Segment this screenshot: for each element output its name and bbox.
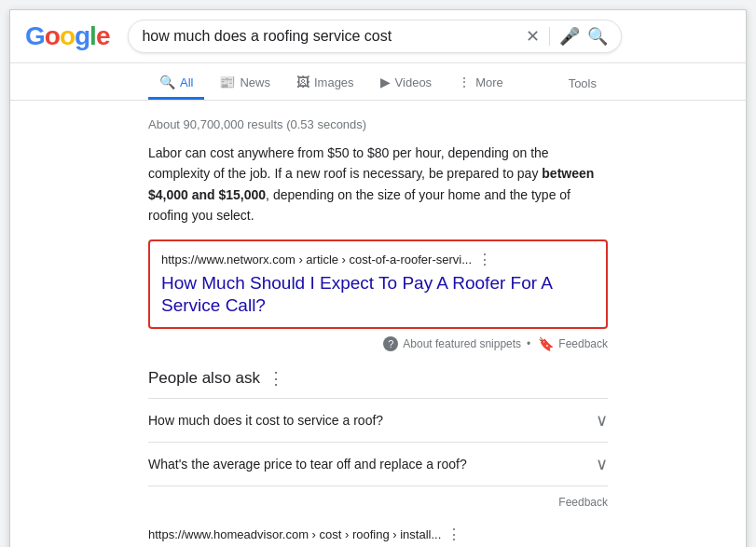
tab-images-label: Images bbox=[314, 75, 354, 89]
tab-all[interactable]: 🔍 All bbox=[148, 67, 204, 100]
paa-feedback[interactable]: Feedback bbox=[148, 496, 608, 509]
featured-result-link[interactable]: How Much Should I Expect To Pay A Roofer… bbox=[161, 273, 552, 316]
paa-question-1: How much does it cost to service a roof? bbox=[148, 413, 383, 428]
featured-snippet-text: Labor can cost anywhere from $50 to $80 … bbox=[148, 143, 608, 226]
tab-videos-label: Videos bbox=[395, 75, 433, 89]
snippet-footer: ? About featured snippets • 🔖 Feedback bbox=[148, 336, 608, 351]
people-also-ask: People also ask ⋮ How much does it cost … bbox=[148, 368, 608, 486]
tab-news-label: News bbox=[240, 75, 270, 89]
feedback-label: Feedback bbox=[558, 337, 608, 350]
featured-result-box: https://www.networx.com › article › cost… bbox=[148, 239, 608, 329]
all-icon: 🔍 bbox=[159, 75, 175, 89]
bookmark-icon: 🔖 bbox=[538, 336, 554, 351]
tab-tools[interactable]: Tools bbox=[557, 69, 608, 98]
organic-result-1: https://www.homeadvisor.com › cost › roo… bbox=[148, 526, 608, 547]
news-icon: 📰 bbox=[219, 75, 235, 89]
help-icon: ? bbox=[383, 336, 398, 351]
organic-more-button[interactable]: ⋮ bbox=[447, 526, 461, 543]
about-featured-snippets[interactable]: ? About featured snippets bbox=[383, 336, 521, 351]
paa-chevron-2: ∨ bbox=[596, 454, 608, 474]
snippet-text-before: Labor can cost anywhere from $50 to $80 … bbox=[148, 145, 549, 181]
paa-chevron-1: ∨ bbox=[596, 410, 608, 431]
footer-dot-sep: • bbox=[527, 337, 530, 350]
header: Google ✕ 🎤 🔍 bbox=[10, 10, 746, 63]
featured-more-button[interactable]: ⋮ bbox=[477, 251, 492, 268]
paa-title: People also ask bbox=[148, 369, 260, 388]
tab-images[interactable]: 🖼 Images bbox=[285, 67, 365, 100]
more-icon: ⋮ bbox=[458, 75, 471, 89]
organic-result-url: https://www.homeadvisor.com › cost › roo… bbox=[148, 526, 608, 543]
results-count: About 90,700,000 results (0.53 seconds) bbox=[148, 117, 608, 131]
tab-more-label: More bbox=[475, 75, 503, 89]
mic-icon[interactable]: 🎤 bbox=[559, 26, 580, 47]
search-bar[interactable]: ✕ 🎤 🔍 bbox=[128, 20, 622, 53]
paa-item-1[interactable]: How much does it cost to service a roof?… bbox=[148, 398, 608, 442]
paa-item-2[interactable]: What's the average price to tear off and… bbox=[148, 442, 608, 486]
paa-question-2: What's the average price to tear off and… bbox=[148, 457, 467, 472]
search-submit-icon[interactable]: 🔍 bbox=[587, 26, 608, 47]
search-input[interactable] bbox=[142, 28, 526, 45]
browser-window: Google ✕ 🎤 🔍 🔍 All 📰 News 🖼 Images ▶ Vid… bbox=[9, 9, 747, 547]
images-icon: 🖼 bbox=[296, 75, 309, 89]
main-content: About 90,700,000 results (0.53 seconds) … bbox=[10, 101, 746, 547]
videos-icon: ▶ bbox=[380, 75, 391, 89]
tab-news[interactable]: 📰 News bbox=[208, 67, 282, 100]
google-logo: Google bbox=[25, 21, 109, 51]
paa-more-icon[interactable]: ⋮ bbox=[268, 368, 284, 389]
tab-all-label: All bbox=[180, 75, 193, 89]
nav-tabs: 🔍 All 📰 News 🖼 Images ▶ Videos ⋮ More To… bbox=[10, 63, 746, 101]
featured-url-text: https://www.networx.com › article › cost… bbox=[161, 253, 472, 267]
featured-result-title: How Much Should I Expect To Pay A Roofer… bbox=[161, 272, 595, 318]
organic-url-text: https://www.homeadvisor.com › cost › roo… bbox=[148, 527, 441, 541]
featured-result-url: https://www.networx.com › article › cost… bbox=[161, 251, 595, 268]
about-snippets-label: About featured snippets bbox=[403, 337, 521, 350]
snippet-feedback[interactable]: 🔖 Feedback bbox=[536, 336, 608, 351]
paa-header: People also ask ⋮ bbox=[148, 368, 608, 389]
tab-videos[interactable]: ▶ Videos bbox=[369, 67, 444, 100]
clear-icon[interactable]: ✕ bbox=[526, 26, 540, 47]
tab-more[interactable]: ⋮ More bbox=[447, 67, 515, 100]
search-divider bbox=[549, 27, 550, 46]
